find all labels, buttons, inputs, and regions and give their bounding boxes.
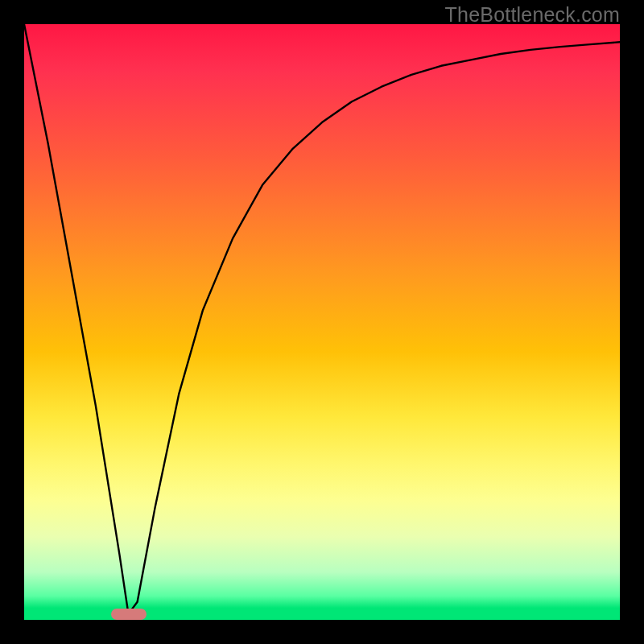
plot-area [24, 24, 620, 620]
optimal-marker [111, 609, 147, 620]
bottleneck-curve [24, 24, 620, 620]
watermark-text: TheBottleneck.com [445, 3, 620, 27]
chart-frame: TheBottleneck.com [0, 0, 644, 644]
